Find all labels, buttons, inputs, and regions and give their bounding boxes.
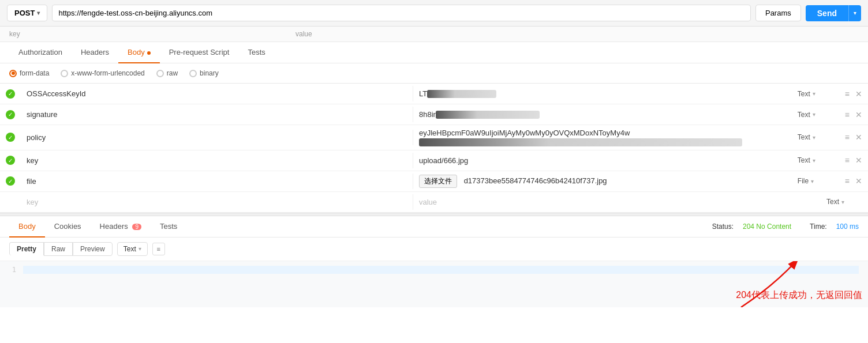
row4-menu-icon[interactable]: ≡: [845, 156, 850, 165]
row2-key[interactable]: signature: [21, 107, 413, 122]
row3-checkmark[interactable]: ✓: [6, 133, 15, 142]
row1-type[interactable]: Text ▾: [793, 90, 839, 98]
row3-key[interactable]: policy: [21, 130, 413, 145]
response-tabs-bar: Body Cookies Headers 9 Tests Status: 204…: [0, 216, 868, 238]
form-row-file: ✓ file 选择文件 d17373bee5584774746c96b42410…: [0, 171, 868, 192]
raw-button[interactable]: Raw: [44, 242, 73, 256]
row3-type[interactable]: Text ▾: [793, 133, 839, 141]
row3-close-icon[interactable]: ✕: [855, 133, 862, 142]
row3-actions: ≡ ✕: [839, 133, 868, 142]
url-bar: POST ▾ Params Send ▾: [0, 0, 868, 27]
empty-value[interactable]: value: [413, 194, 822, 210]
code-and-annotation: 1 204代表上传成功，无返回回值 CSDN @timeguys: [0, 261, 868, 307]
empty-key[interactable]: key: [21, 194, 413, 210]
row5-check-col: ✓: [0, 176, 21, 186]
body-tab-dot: [147, 51, 151, 55]
row5-type-chevron: ▾: [811, 178, 814, 184]
row1-key[interactable]: OSSAccessKeyId: [21, 86, 413, 101]
row1-actions: ≡ ✕: [839, 89, 868, 99]
radio-raw[interactable]: raw: [156, 69, 178, 77]
radio-form-data-circle: [9, 70, 17, 77]
row2-type-chevron: ▾: [813, 111, 815, 118]
row4-value[interactable]: upload/666.jpg: [413, 153, 793, 168]
row1-check-col: ✓: [0, 89, 21, 99]
form-row-policy: ✓ policy eyJleHBpcmF0aW9uIjoiMjAyMy0wMy0…: [0, 125, 868, 150]
params-row: key value: [0, 27, 868, 42]
tab-headers[interactable]: Headers: [72, 42, 118, 63]
code-content[interactable]: [23, 266, 859, 303]
row5-type[interactable]: File ▾: [793, 177, 839, 185]
row4-check-col: ✓: [0, 156, 21, 165]
params-button[interactable]: Params: [755, 5, 801, 21]
row1-value[interactable]: LT: [413, 86, 793, 102]
url-input[interactable]: [52, 5, 751, 21]
row1-menu-icon[interactable]: ≡: [845, 89, 850, 99]
method-button[interactable]: POST ▾: [7, 5, 47, 21]
row4-close-icon[interactable]: ✕: [855, 156, 862, 165]
send-chevron-button[interactable]: ▾: [848, 5, 861, 21]
row2-checkmark[interactable]: ✓: [6, 110, 15, 119]
body-type-row: form-data x-www-form-urlencoded raw bina…: [0, 63, 868, 84]
row4-actions: ≡ ✕: [839, 156, 868, 165]
row2-close-icon[interactable]: ✕: [855, 110, 862, 119]
empty-type[interactable]: Text ▾: [822, 198, 868, 206]
row3-type-chevron: ▾: [813, 134, 815, 141]
tab-authorization[interactable]: Authorization: [9, 42, 72, 63]
row4-checkmark[interactable]: ✓: [6, 156, 15, 165]
row5-close-icon[interactable]: ✕: [855, 176, 862, 186]
row3-menu-icon[interactable]: ≡: [845, 133, 850, 142]
row4-key[interactable]: key: [21, 153, 413, 168]
tab-tests[interactable]: Tests: [238, 42, 274, 63]
radio-binary-circle: [189, 70, 197, 77]
time-value: 100 ms: [836, 223, 859, 231]
preview-button[interactable]: Preview: [73, 242, 113, 256]
row5-menu-icon[interactable]: ≡: [845, 176, 850, 186]
radio-binary[interactable]: binary: [189, 69, 219, 77]
row2-blur: [436, 111, 540, 119]
tab-pre-request[interactable]: Pre-request Script: [160, 42, 239, 63]
row2-type[interactable]: Text ▾: [793, 111, 839, 119]
wrap-icon[interactable]: ≡: [152, 243, 165, 255]
radio-urlencoded[interactable]: x-www-form-urlencoded: [61, 69, 144, 77]
resp-tab-cookies[interactable]: Cookies: [45, 216, 91, 238]
resp-tab-tests[interactable]: Tests: [151, 216, 186, 238]
tab-body[interactable]: Body: [118, 42, 160, 63]
row1-blur: [427, 90, 496, 98]
form-row-signature: ✓ signature 8h8ir Text ▾ ≡ ✕: [0, 104, 868, 125]
row1-checkmark[interactable]: ✓: [6, 89, 15, 99]
time-label: Time:: [810, 223, 827, 231]
row3-value[interactable]: eyJleHBpcmF0aW9uIjoiMjAyMy0wMy0yOVQxMDox…: [413, 125, 793, 150]
status-label: Status:: [712, 223, 734, 231]
send-button[interactable]: Send: [806, 5, 848, 21]
row5-checkmark[interactable]: ✓: [6, 176, 15, 186]
headers-badge: 9: [132, 224, 141, 230]
row5-key[interactable]: file: [21, 174, 413, 189]
resp-tab-body[interactable]: Body: [9, 216, 45, 238]
row2-check-col: ✓: [0, 110, 21, 119]
code-area: 1: [0, 261, 868, 307]
resp-tab-headers[interactable]: Headers 9: [91, 216, 151, 238]
row2-value[interactable]: 8h8ir: [413, 107, 793, 123]
row4-type-chevron: ▾: [813, 157, 815, 164]
form-row-empty: key value Text ▾: [0, 192, 868, 213]
file-select-button[interactable]: 选择文件: [419, 175, 457, 188]
request-tabs-bar: Authorization Headers Body Pre-request S…: [0, 42, 868, 63]
params-value-label: value: [295, 30, 859, 38]
row5-value[interactable]: 选择文件 d17373bee5584774746c96b42410f737.jp…: [413, 171, 793, 191]
status-value: 204 No Content: [743, 223, 791, 231]
row1-close-icon[interactable]: ✕: [855, 89, 862, 99]
format-select[interactable]: Text ▾: [117, 242, 148, 256]
pretty-button[interactable]: Pretty: [9, 242, 44, 255]
radio-form-data[interactable]: form-data: [9, 69, 49, 77]
form-row-oss-key: ✓ OSSAccessKeyId LT Text ▾ ≡ ✕: [0, 84, 868, 104]
code-line-1: [23, 266, 859, 274]
row3-check-col: ✓: [0, 133, 21, 142]
row4-type[interactable]: Text ▾: [793, 156, 839, 164]
row1-type-chevron: ▾: [813, 91, 815, 97]
row5-actions: ≡ ✕: [839, 176, 868, 186]
params-key-label: key: [9, 30, 291, 38]
row2-actions: ≡ ✕: [839, 110, 868, 119]
radio-urlencoded-circle: [61, 70, 68, 77]
response-section: Body Cookies Headers 9 Tests Status: 204…: [0, 216, 868, 307]
row2-menu-icon[interactable]: ≡: [845, 110, 850, 119]
